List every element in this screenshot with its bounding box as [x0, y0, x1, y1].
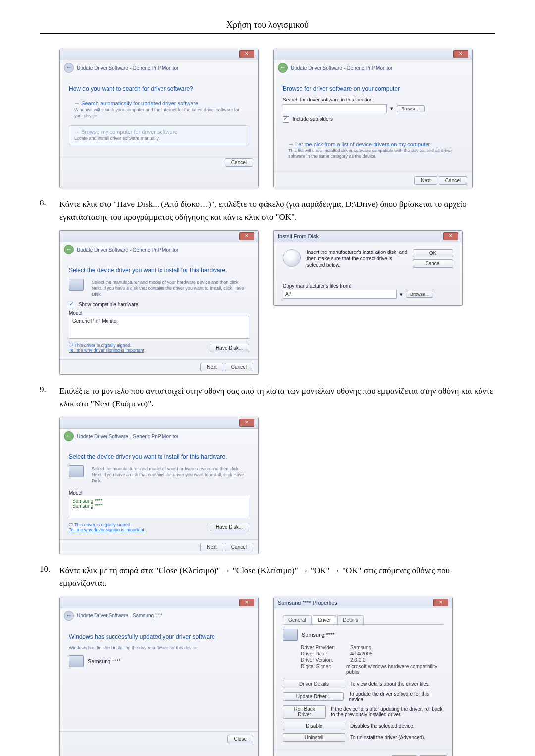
uninstall-button[interactable]: Uninstall: [283, 733, 345, 742]
have-disk-button[interactable]: Have Disk...: [210, 523, 249, 531]
monitor-icon: [69, 655, 84, 667]
tab-strip: General Driver Details: [283, 615, 443, 625]
step-number: 9.: [40, 385, 59, 410]
option-sub: Locate and install driver software manua…: [74, 136, 244, 142]
cancel-button[interactable]: Cancel: [439, 176, 467, 185]
model-column-header: Model: [69, 310, 249, 316]
close-button[interactable]: Close: [227, 735, 253, 743]
dialog-driver-properties: Samsung **** Properties ✕ General Driver…: [273, 597, 453, 756]
back-arrow-icon[interactable]: ←: [64, 245, 74, 254]
back-arrow-icon[interactable]: ←: [64, 611, 74, 621]
monitor-icon: [69, 465, 84, 477]
option-title: Search automatically for updated driver …: [81, 101, 198, 106]
prop-value: microsoft windows hardware compatibility…: [346, 664, 443, 675]
tab-driver[interactable]: Driver: [313, 615, 337, 624]
close-icon[interactable]: ✕: [443, 232, 458, 240]
cancel-button[interactable]: Cancel: [413, 259, 453, 268]
signing-info-link[interactable]: Tell me why driver signing is important: [69, 348, 144, 353]
step-text: Κάντε κλικ με τη σειρά στα "Close (Κλείσ…: [59, 564, 495, 590]
option-title: Browse my computer for driver software: [81, 129, 177, 135]
prop-label: Digital Signer:: [301, 664, 346, 675]
search-location-label: Search for driver software in this locat…: [283, 97, 463, 102]
dialog-title: Install From Disk: [278, 233, 319, 239]
option-sub: Windows will search your computer and th…: [74, 107, 244, 119]
include-subfolders-checkbox[interactable]: [283, 116, 289, 123]
step-text: Επιλέξτε το μοντέλο που αντιστοιχεί στην…: [59, 385, 495, 410]
driver-details-button[interactable]: Driver Details: [283, 680, 345, 688]
prop-value: 2.0.0.0: [350, 657, 366, 663]
dialog-title: Samsung **** Properties: [278, 600, 337, 605]
monitor-icon: [283, 629, 298, 641]
action-desc: To uninstall the driver (Advanced).: [350, 735, 425, 740]
prop-value: Samsung: [350, 645, 371, 650]
option-sub: This list will show installed driver sof…: [288, 148, 458, 159]
close-icon[interactable]: ✕: [239, 419, 254, 427]
back-arrow-icon[interactable]: ←: [64, 431, 74, 441]
include-subfolders-label: Include subfolders: [293, 116, 333, 122]
tab-details[interactable]: Details: [337, 615, 364, 624]
action-desc: If the device fails after updating the d…: [331, 706, 443, 717]
close-icon[interactable]: ✕: [239, 50, 254, 58]
drive-input[interactable]: A:\: [283, 290, 397, 299]
option-browse-computer[interactable]: → Browse my computer for driver software…: [69, 125, 249, 145]
browse-button[interactable]: Browse...: [397, 105, 425, 112]
disk-icon: [283, 249, 301, 267]
model-list[interactable]: Generic PnP Monitor: [69, 316, 249, 339]
model-item[interactable]: Generic PnP Monitor: [72, 318, 246, 324]
cancel-button[interactable]: Cancel: [225, 158, 253, 167]
model-list[interactable]: Samsung **** Samsung ****: [69, 496, 249, 518]
sub-text: Windows has finished installing the driv…: [69, 645, 249, 651]
dialog-select-driver-1: ✕ ← Update Driver Software - Generic PnP…: [59, 230, 259, 375]
disable-button[interactable]: Disable: [283, 722, 345, 730]
device-name: Samsung ****: [88, 658, 121, 664]
next-button[interactable]: Next: [200, 543, 223, 551]
option-pick-from-list[interactable]: → Let me pick from a list of device driv…: [283, 138, 463, 163]
copy-from-label: Copy manufacturer's files from:: [283, 283, 453, 289]
tab-general[interactable]: General: [283, 615, 312, 624]
option-title: Let me pick from a list of device driver…: [295, 141, 430, 147]
ok-button[interactable]: OK: [413, 249, 453, 257]
back-arrow-icon[interactable]: ←: [278, 63, 288, 73]
breadcrumb-text: Update Driver Software - Generic PnP Mon…: [77, 65, 178, 71]
dialog-select-driver-2: ✕ ← Update Driver Software - Generic PnP…: [59, 417, 259, 554]
step-number: 10.: [40, 564, 59, 590]
model-column-header: Model: [69, 490, 249, 496]
close-icon[interactable]: ✕: [433, 599, 448, 606]
dialog-install-from-disk: Install From Disk ✕ Insert the manufactu…: [273, 230, 463, 306]
instruction-text: Select the manufacturer and model of you…: [92, 280, 249, 297]
heading: Browse for driver software on your compu…: [283, 85, 463, 92]
model-item[interactable]: Samsung ****: [72, 498, 246, 504]
heading: How do you want to search for driver sof…: [69, 85, 249, 92]
signed-note: This driver is digitally signed.: [74, 522, 131, 527]
prop-label: Driver Date:: [301, 651, 350, 656]
action-desc: To update the driver software for this d…: [349, 691, 443, 702]
breadcrumb-text: Update Driver Software - Generic PnP Mon…: [77, 434, 178, 439]
path-input[interactable]: [283, 104, 387, 113]
model-item[interactable]: Samsung ****: [72, 504, 246, 509]
cancel-button[interactable]: Cancel: [225, 543, 253, 551]
browse-button[interactable]: Browse...: [406, 291, 433, 298]
prop-value: 4/14/2005: [350, 651, 373, 656]
instruction-text: Insert the manufacturer's installation d…: [307, 249, 411, 268]
next-button[interactable]: Next: [200, 363, 223, 371]
breadcrumb-text: Update Driver Software - Generic PnP Mon…: [291, 65, 392, 71]
heading: Windows has successfully updated your dr…: [69, 633, 249, 640]
close-icon[interactable]: ✕: [453, 50, 468, 58]
close-icon[interactable]: ✕: [239, 599, 254, 606]
signing-info-link[interactable]: Tell me why driver signing is important: [69, 527, 144, 532]
show-compatible-label: Show compatible hardware: [79, 302, 139, 308]
instruction-text: Select the manufacturer and model of you…: [92, 466, 249, 484]
roll-back-driver-button[interactable]: Roll Back Driver: [283, 705, 326, 719]
next-button[interactable]: Next: [414, 176, 437, 185]
close-icon[interactable]: ✕: [239, 232, 254, 240]
heading: Select the device driver you want to ins…: [69, 454, 249, 460]
back-arrow-icon[interactable]: ←: [64, 63, 74, 73]
update-driver-button[interactable]: Update Driver...: [283, 692, 344, 701]
have-disk-button[interactable]: Have Disk...: [210, 344, 249, 352]
top-rule: [40, 33, 495, 34]
option-search-auto[interactable]: → Search automatically for updated drive…: [69, 97, 249, 122]
step-text: Κάντε κλικ στο "Have Disk... (Από δίσκο……: [59, 198, 495, 223]
show-compatible-checkbox[interactable]: [69, 302, 75, 308]
breadcrumb-text: Update Driver Software - Samsung ****: [77, 613, 162, 618]
cancel-button[interactable]: Cancel: [225, 363, 253, 371]
